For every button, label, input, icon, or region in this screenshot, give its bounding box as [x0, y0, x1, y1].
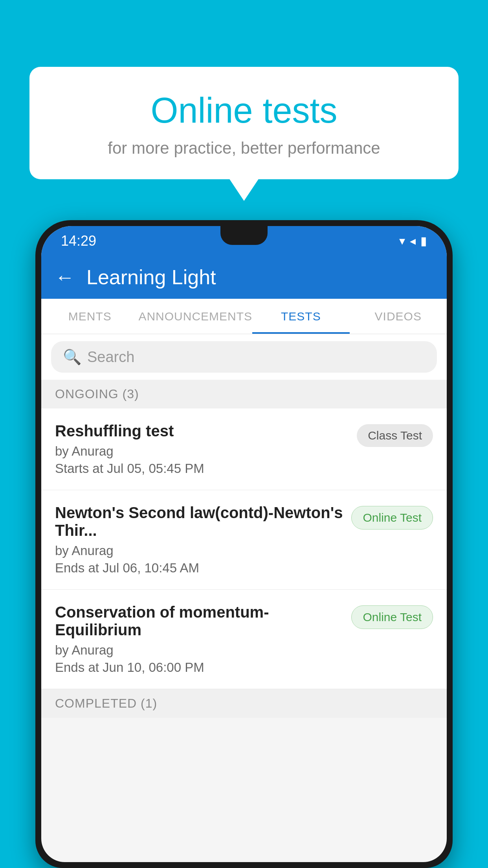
- tab-tests[interactable]: TESTS: [252, 299, 349, 334]
- search-input[interactable]: 🔍 Search: [51, 341, 437, 373]
- back-button[interactable]: ←: [55, 266, 75, 289]
- battery-icon: ▮: [420, 234, 427, 248]
- status-time: 14:29: [61, 233, 96, 249]
- bubble-subtitle: for more practice, better performance: [49, 139, 439, 158]
- phone-notch: [220, 226, 268, 245]
- test-badge-1: Class Test: [357, 424, 433, 447]
- search-container: 🔍 Search: [41, 334, 447, 380]
- test-item-3[interactable]: Conservation of momentum-Equilibrium by …: [41, 590, 447, 689]
- test-badge-2: Online Test: [351, 506, 433, 530]
- test-info-2: Newton's Second law(contd)-Newton's Thir…: [55, 504, 343, 576]
- completed-section-header: COMPLETED (1): [41, 689, 447, 718]
- tabs-bar: MENTS ANNOUNCEMENTS TESTS VIDEOS: [41, 299, 447, 334]
- test-date-1: Starts at Jul 05, 05:45 PM: [55, 461, 349, 476]
- test-author-2: by Anurag: [55, 543, 343, 558]
- test-author-3: by Anurag: [55, 643, 343, 658]
- phone-frame: 14:29 ▾ ◂ ▮ ← Learning Light MENTS ANNOU…: [35, 220, 453, 868]
- test-author-1: by Anurag: [55, 444, 349, 459]
- app-bar: ← Learning Light: [41, 256, 447, 299]
- test-name-1: Reshuffling test: [55, 422, 349, 440]
- app-title: Learning Light: [86, 265, 216, 289]
- wifi-icon: ▾: [399, 234, 405, 248]
- test-badge-3: Online Test: [351, 605, 433, 629]
- tab-ments[interactable]: MENTS: [41, 299, 138, 334]
- signal-icon: ◂: [410, 234, 416, 248]
- test-info-1: Reshuffling test by Anurag Starts at Jul…: [55, 422, 349, 476]
- tab-announcements[interactable]: ANNOUNCEMENTS: [138, 299, 252, 334]
- test-info-3: Conservation of momentum-Equilibrium by …: [55, 603, 343, 675]
- test-item-2[interactable]: Newton's Second law(contd)-Newton's Thir…: [41, 490, 447, 590]
- test-name-3: Conservation of momentum-Equilibrium: [55, 603, 343, 639]
- tab-videos[interactable]: VIDEOS: [350, 299, 447, 334]
- ongoing-section-header: ONGOING (3): [41, 380, 447, 408]
- speech-bubble: Online tests for more practice, better p…: [29, 67, 459, 179]
- test-date-3: Ends at Jun 10, 06:00 PM: [55, 660, 343, 675]
- search-icon: 🔍: [63, 348, 81, 366]
- test-item-1[interactable]: Reshuffling test by Anurag Starts at Jul…: [41, 408, 447, 490]
- status-icons: ▾ ◂ ▮: [399, 234, 427, 248]
- phone-inner: 14:29 ▾ ◂ ▮ ← Learning Light MENTS ANNOU…: [41, 226, 447, 862]
- search-placeholder: Search: [87, 349, 134, 366]
- bubble-title: Online tests: [49, 90, 439, 131]
- test-date-2: Ends at Jul 06, 10:45 AM: [55, 561, 343, 576]
- test-name-2: Newton's Second law(contd)-Newton's Thir…: [55, 504, 343, 539]
